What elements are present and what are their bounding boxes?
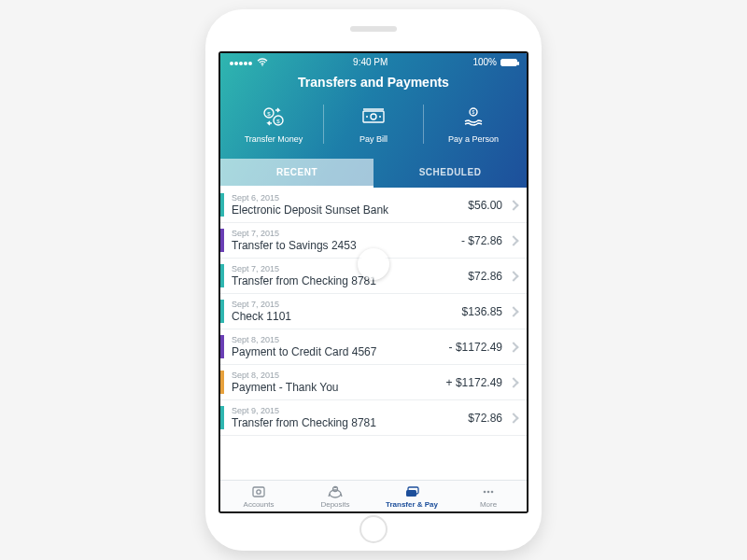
nav-accounts[interactable]: Accounts [220,481,297,511]
svg-text:$: $ [472,109,475,115]
bottom-nav: AccountsDepositsTransfer & PayMore [220,480,527,511]
svg-point-8 [379,116,381,118]
action-pay-bill[interactable]: Pay Bill [323,105,423,144]
chevron-right-icon [508,413,518,423]
phone-frame: 9:40 PM 100% Transfers and Payments $$ T… [205,9,542,551]
svg-text:$: $ [276,119,280,124]
chevron-right-icon [508,377,518,387]
action-pay-person[interactable]: $ Pay a Person [423,105,523,144]
chevron-right-icon [508,271,518,281]
transaction-date: Sept 7, 2015 [232,229,454,238]
pay-bill-icon [328,105,419,129]
chevron-right-icon [508,235,518,245]
screen: 9:40 PM 100% Transfers and Payments $$ T… [218,51,529,513]
category-stripe [220,300,224,323]
pay-person-icon: $ [428,105,519,129]
category-stripe [220,406,224,429]
transaction-description: Transfer from Checking 8781 [232,274,460,287]
battery-icon [500,59,517,66]
transaction-date: Sept 8, 2015 [232,335,442,344]
transaction-description: Transfer from Checking 8781 [232,416,460,429]
transaction-amount: - $1172.49 [449,341,502,354]
transaction-date: Sept 8, 2015 [232,371,439,380]
transaction-description: Payment to Credit Card 4567 [232,345,442,358]
transaction-description: Electronic Deposit Sunset Bank [232,203,460,217]
svg-point-21 [491,491,494,494]
status-bar: 9:40 PM 100% [220,53,527,69]
transaction-description: Transfer to Savings 2453 [232,239,454,252]
action-label: Pay a Person [428,134,519,144]
svg-point-0 [261,64,263,66]
action-label: Pay Bill [328,134,419,144]
chevron-right-icon [508,200,518,210]
category-stripe [220,264,224,287]
transaction-row[interactable]: Sept 8, 2015Payment - Thank You+ $1172.4… [220,365,527,400]
piggy-bank-icon [297,484,374,499]
transaction-row[interactable]: Sept 7, 2015Transfer from Checking 8781$… [220,259,527,294]
transaction-date: Sept 7, 2015 [232,264,460,273]
svg-rect-16 [334,487,336,488]
tabs: RECENT SCHEDULED [220,159,527,188]
transaction-description: Check 1101 [232,310,455,323]
svg-point-13 [257,490,261,494]
action-transfer-money[interactable]: $$ Transfer Money [224,105,323,144]
svg-rect-12 [253,487,264,497]
transaction-list: Sept 6, 2015Electronic Deposit Sunset Ba… [220,188,527,480]
transaction-description: Payment - Thank You [232,381,439,394]
nav-label: Deposits [297,500,374,509]
transaction-row[interactable]: Sept 7, 2015Check 1101$136.85 [220,294,527,329]
tab-recent[interactable]: RECENT [220,159,374,188]
signal-dots-icon [230,57,253,67]
page-title: Transfers and Payments [220,69,527,99]
transaction-amount: $136.85 [462,305,502,318]
category-stripe [220,193,224,217]
transaction-row[interactable]: Sept 8, 2015Payment to Credit Card 4567-… [220,329,527,365]
header: 9:40 PM 100% Transfers and Payments $$ T… [220,53,527,188]
transaction-amount: $72.86 [468,270,502,283]
cards-icon [374,484,450,499]
nav-label: More [450,500,527,509]
safe-icon [220,484,297,499]
wifi-icon [257,58,268,66]
chevron-right-icon [508,306,518,316]
transaction-amount: $72.86 [468,412,502,425]
svg-text:$: $ [267,111,271,117]
transaction-row[interactable]: Sept 6, 2015Electronic Deposit Sunset Ba… [220,188,527,223]
svg-point-7 [366,116,368,118]
battery-percent: 100% [472,57,497,67]
nav-deposits[interactable]: Deposits [297,481,374,511]
transaction-date: Sept 9, 2015 [232,406,460,415]
transaction-date: Sept 7, 2015 [232,300,455,309]
nav-more[interactable]: More [450,481,527,511]
nav-transfer-pay[interactable]: Transfer & Pay [374,481,450,511]
quick-actions: $$ Transfer Money Pay Bill $ Pay a Perso… [220,99,527,159]
nav-label: Transfer & Pay [374,500,450,509]
transaction-amount: + $1172.49 [446,376,502,389]
category-stripe [220,229,224,252]
nav-label: Accounts [220,500,297,509]
svg-point-20 [487,491,490,494]
transaction-amount: - $72.86 [461,234,502,247]
transaction-date: Sept 6, 2015 [232,193,460,203]
action-label: Transfer Money [228,134,319,144]
home-button[interactable] [359,515,388,543]
more-icon [450,484,527,499]
category-stripe [220,371,224,394]
chevron-right-icon [508,342,518,352]
category-stripe [220,335,224,358]
tab-scheduled[interactable]: SCHEDULED [374,159,527,188]
svg-point-6 [371,114,376,119]
transaction-row[interactable]: Sept 7, 2015Transfer to Savings 2453- $7… [220,223,527,259]
transaction-amount: $56.00 [468,199,502,212]
transfer-money-icon: $$ [228,105,319,129]
transaction-row[interactable]: Sept 9, 2015Transfer from Checking 8781$… [220,400,527,436]
svg-point-19 [484,491,486,494]
status-time: 9:40 PM [353,57,388,67]
